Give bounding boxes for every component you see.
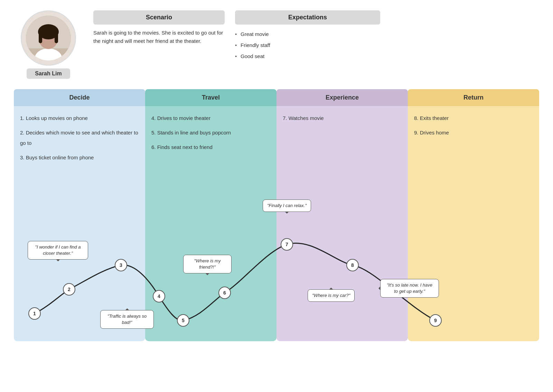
scenario-text: Sarah is going to the movies. She is exc… xyxy=(93,29,225,45)
expectations-list: Great movie Friendly staff Good seat xyxy=(235,29,380,62)
bubble-6: "It's so late now. I have to get up earl… xyxy=(380,279,439,298)
step-2: 2. Decides which movie to see and which … xyxy=(20,128,139,148)
step-1: 1. Looks up movies on phone xyxy=(20,113,139,123)
expectation-item: Good seat xyxy=(235,51,380,62)
expectations-header: Expectations xyxy=(235,10,380,25)
scenario-box: Scenario Sarah is going to the movies. S… xyxy=(93,10,225,45)
persona-card: Sarah Lim xyxy=(14,10,83,79)
phase-steps-travel: 4. Drives to movie theater 5. Stands in … xyxy=(151,113,270,152)
step-5: 5. Stands in line and buys popcorn xyxy=(151,128,270,138)
bubble-2: "Traffic is always so bad!" xyxy=(100,310,154,329)
avatar xyxy=(21,10,76,66)
phase-column-experience: 7. Watches movie xyxy=(276,106,408,341)
bubble-4: "Finally I can relax." xyxy=(263,199,311,212)
phase-header-decide: Decide xyxy=(14,89,145,106)
bubble-5: "Where is my car?" xyxy=(308,289,355,302)
phase-column-travel: 4. Drives to movie theater 5. Stands in … xyxy=(145,106,276,341)
phase-header-experience: Experience xyxy=(276,89,408,106)
phase-steps-decide: 1. Looks up movies on phone 2. Decides w… xyxy=(20,113,139,163)
svg-rect-7 xyxy=(39,31,42,43)
step-4: 4. Drives to movie theater xyxy=(151,113,270,123)
step-9: 9. Drives home xyxy=(414,128,533,138)
step-3: 3. Buys ticket online from phone xyxy=(20,152,139,163)
phase-steps-return: 8. Exits theater 9. Drives home xyxy=(414,113,533,138)
top-section: Sarah Lim Scenario Sarah is going to the… xyxy=(7,10,546,79)
scenario-header: Scenario xyxy=(93,10,225,25)
step-8: 8. Exits theater xyxy=(414,113,533,123)
expectation-item: Great movie xyxy=(235,29,380,40)
expectation-item: Friendly staff xyxy=(235,40,380,51)
step-7: 7. Watches movie xyxy=(283,113,402,123)
phase-column-return: 8. Exits theater 9. Drives home xyxy=(408,106,539,341)
bubble-1: "I wonder if I can find a closer theater… xyxy=(28,241,88,260)
step-6: 6. Finds seat next to friend xyxy=(151,142,270,152)
avatar-svg xyxy=(24,14,73,62)
expectations-box: Expectations Great movie Friendly staff … xyxy=(235,10,380,62)
bubble-3: "Where is my friend?!" xyxy=(183,255,232,273)
svg-rect-8 xyxy=(55,31,58,43)
phase-header-travel: Travel xyxy=(145,89,276,106)
phase-steps-experience: 7. Watches movie xyxy=(283,113,402,123)
phase-header-return: Return xyxy=(408,89,539,106)
phases-row: Decide Travel Experience Return xyxy=(7,89,546,106)
persona-name: Sarah Lim xyxy=(27,68,70,79)
main-container: Sarah Lim Scenario Sarah is going to the… xyxy=(7,0,546,352)
journey-area: 1. Looks up movies on phone 2. Decides w… xyxy=(7,106,546,341)
phase-column-decide: 1. Looks up movies on phone 2. Decides w… xyxy=(14,106,145,341)
